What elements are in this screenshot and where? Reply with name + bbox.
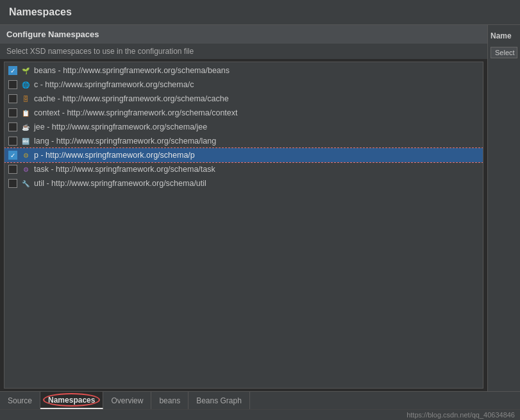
namespace-item-cache[interactable]: 🗄cache - http://www.springframework.org/… <box>4 92 483 106</box>
icon-context: 📋 <box>21 108 31 118</box>
icon-lang: 🔤 <box>21 136 31 146</box>
namespace-item-context[interactable]: 📋context - http://www.springframework.or… <box>4 106 483 120</box>
namespace-item-util[interactable]: 🔧util - http://www.springframework.org/s… <box>4 176 483 190</box>
checkbox-cache[interactable] <box>8 94 17 103</box>
namespace-item-lang[interactable]: 🔤lang - http://www.springframework.org/s… <box>4 134 483 148</box>
checkbox-beans[interactable]: ✓ <box>8 66 17 75</box>
label-beans: beans - http://www.springframework.org/s… <box>34 66 230 75</box>
label-cache: cache - http://www.springframework.org/s… <box>34 94 229 103</box>
checkbox-context[interactable] <box>8 108 17 117</box>
namespace-item-beans[interactable]: ✓🌱beans - http://www.springframework.org… <box>4 63 483 78</box>
tab-beans[interactable]: beans <box>151 392 189 409</box>
icon-cache: 🗄 <box>21 94 31 104</box>
label-jee: jee - http://www.springframework.org/sch… <box>34 122 207 131</box>
label-c: c - http://www.springframework.org/schem… <box>34 80 194 89</box>
icon-p: ⚙ <box>21 150 31 160</box>
icon-util: 🔧 <box>21 178 31 189</box>
checkbox-task[interactable] <box>8 165 17 174</box>
label-context: context - http://www.springframework.org… <box>34 108 238 117</box>
namespace-item-jee[interactable]: ☕jee - http://www.springframework.org/sc… <box>4 120 483 134</box>
status-bar: https://blog.csdn.net/qq_40634846 <box>0 409 520 420</box>
right-panel: Name Select <box>488 25 520 391</box>
label-util: util - http://www.springframework.org/sc… <box>34 179 206 188</box>
tab-namespaces[interactable]: Namespaces <box>40 392 103 409</box>
section-subtitle: Select XSD namespaces to use in the conf… <box>0 44 487 59</box>
label-p: p - http://www.springframework.org/schem… <box>34 151 195 160</box>
right-panel-header: Name <box>491 31 517 40</box>
icon-jee: ☕ <box>21 122 31 132</box>
label-lang: lang - http://www.springframework.org/sc… <box>34 137 216 146</box>
icon-task: ⚙ <box>21 164 31 174</box>
namespace-item-task[interactable]: ⚙task - http://www.springframework.org/s… <box>4 162 483 176</box>
tab-source[interactable]: Source <box>0 392 40 409</box>
label-task: task - http://www.springframework.org/sc… <box>34 165 215 174</box>
checkbox-util[interactable] <box>8 179 17 188</box>
bottom-tabs: SourceNamespacesOverviewbeansBeans Graph <box>0 391 520 409</box>
namespace-item-c[interactable]: 🌐c - http://www.springframework.org/sche… <box>4 78 483 92</box>
tab-overview[interactable]: Overview <box>103 392 151 409</box>
status-url: https://blog.csdn.net/qq_40634846 <box>407 411 515 419</box>
checkbox-p[interactable]: ✓ <box>8 151 17 160</box>
namespace-list[interactable]: ✓🌱beans - http://www.springframework.org… <box>4 62 483 389</box>
checkbox-c[interactable] <box>8 80 17 89</box>
icon-c: 🌐 <box>21 80 31 90</box>
checkbox-lang[interactable] <box>8 137 17 146</box>
checkbox-jee[interactable] <box>8 122 17 131</box>
page-title: Namespaces <box>0 0 520 25</box>
tab-beans-graph[interactable]: Beans Graph <box>189 392 250 409</box>
main-container: Namespaces Configure Namespaces Select X… <box>0 0 520 420</box>
namespace-item-p[interactable]: ✓⚙p - http://www.springframework.org/sch… <box>4 148 483 162</box>
section-header: Configure Namespaces <box>0 25 487 44</box>
icon-beans: 🌱 <box>21 65 31 76</box>
left-panel: Configure Namespaces Select XSD namespac… <box>0 25 488 391</box>
content-area: Configure Namespaces Select XSD namespac… <box>0 25 520 391</box>
select-button[interactable]: Select <box>491 47 517 58</box>
